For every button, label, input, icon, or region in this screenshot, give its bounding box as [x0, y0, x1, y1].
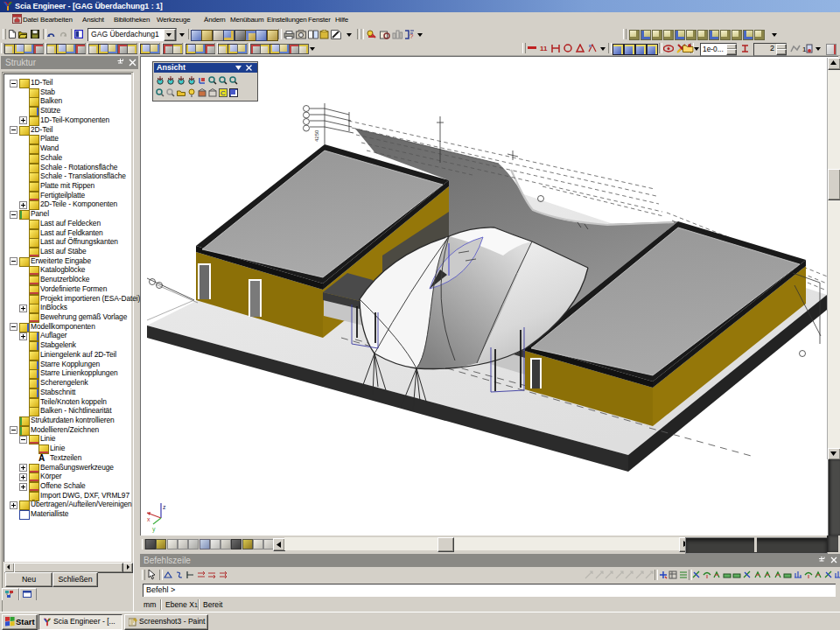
svg-text:y: y [152, 526, 156, 533]
svg-text:z: z [163, 504, 166, 510]
svg-text:?: ? [410, 32, 414, 39]
svg-text:1: 1 [802, 46, 807, 53]
svg-text:x: x [147, 516, 150, 522]
svg-text:4250: 4250 [314, 130, 319, 142]
svg-text:C: C [220, 89, 226, 97]
